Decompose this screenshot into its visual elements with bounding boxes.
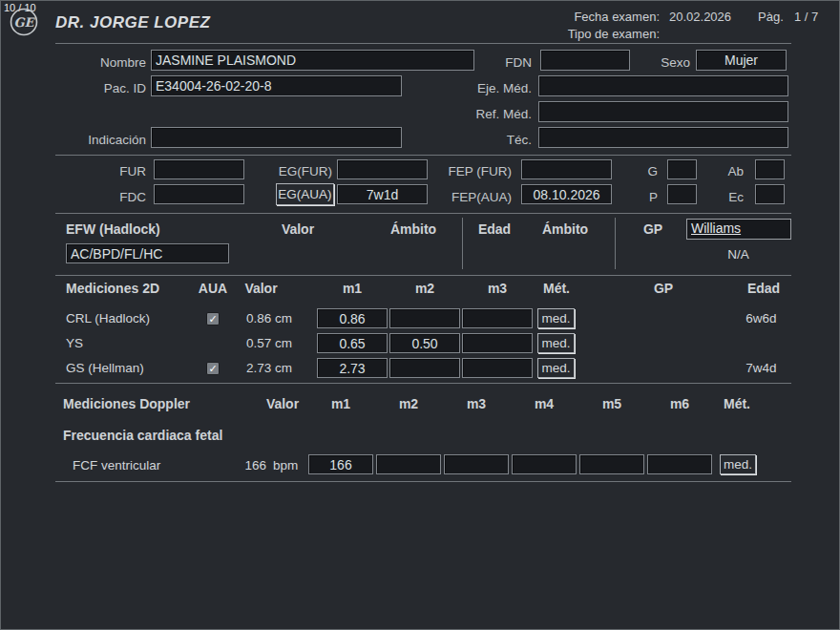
doppler-m3-header: m3: [444, 396, 509, 411]
doppler-m5-header: m5: [579, 396, 644, 411]
ab-input[interactable]: [755, 159, 785, 179]
m5-input[interactable]: [579, 454, 644, 474]
indication-label: Indicación: [51, 133, 146, 147]
doppler-met-header: Mét.: [716, 396, 758, 411]
section-divider-4: [55, 383, 791, 384]
efw-vdivider-1: [462, 218, 463, 269]
measurement-value: 0.86 cm: [225, 311, 292, 326]
patient-id-input[interactable]: [151, 75, 402, 96]
eje-med-input[interactable]: [538, 75, 788, 96]
name-input[interactable]: [151, 50, 474, 71]
doppler-valor-header: Valor: [253, 396, 312, 411]
edad-value: 6w6d: [735, 311, 788, 326]
svg-text:GE: GE: [13, 15, 35, 30]
para-input[interactable]: [667, 184, 697, 204]
m3-input[interactable]: [444, 454, 509, 474]
doppler-subsection-title: Frecuencia cardiaca fetal: [63, 428, 222, 443]
name-label: Nombre: [51, 55, 146, 70]
method-button[interactable]: med.: [537, 333, 575, 353]
m2-input[interactable]: [389, 333, 460, 353]
m3-input[interactable]: [462, 358, 533, 378]
m2d-m2-header: m2: [389, 281, 460, 296]
m2d-title: Mediciones 2D: [66, 281, 159, 296]
aua-checkbox[interactable]: ✓: [206, 312, 220, 326]
ab-label: Ab: [717, 164, 744, 178]
m1-input[interactable]: [317, 333, 388, 353]
page-number: 1 / 7: [794, 10, 818, 24]
m2-input[interactable]: [389, 358, 460, 378]
para-label: P: [639, 190, 658, 204]
method-button[interactable]: med.: [720, 454, 756, 474]
m1-input[interactable]: [308, 454, 373, 474]
fep-fur-input[interactable]: [521, 159, 612, 179]
efw-valor-header: Valor: [268, 221, 327, 237]
m2d-met-header: Mét.: [536, 281, 578, 296]
m6-input[interactable]: [647, 454, 712, 474]
section-divider-5: [55, 481, 791, 482]
efw-gp-header: GP: [639, 221, 667, 237]
sexo-label: Sexo: [633, 55, 690, 70]
m2d-m3-header: m3: [462, 281, 533, 296]
sexo-input[interactable]: [696, 50, 787, 71]
aua-checkbox[interactable]: ✓: [206, 362, 220, 375]
m2-input[interactable]: [389, 308, 460, 328]
edad-value: 7w4d: [735, 361, 788, 375]
gravida-label: G: [639, 164, 658, 178]
section-divider-2: [55, 213, 791, 214]
ec-input[interactable]: [755, 184, 785, 204]
eg-aua-button[interactable]: EG(AUA): [276, 183, 334, 205]
fep-aua-label: FEP(AUA): [435, 190, 512, 204]
eg-fur-label: EG(FUR): [259, 164, 332, 178]
doppler-m2-header: m2: [376, 396, 441, 411]
measurement-row-name: FCF ventricular: [73, 458, 160, 472]
page-label: Pàg.: [758, 10, 784, 24]
m3-input[interactable]: [462, 308, 533, 328]
measurement-row-name: CRL (Hadlock): [66, 311, 150, 326]
m1-input[interactable]: [317, 308, 388, 328]
fep-fur-label: FEP (FUR): [435, 164, 512, 178]
measurement-value: 166: [209, 458, 266, 472]
method-button[interactable]: med.: [537, 308, 575, 328]
doppler-m4-header: m4: [512, 396, 577, 411]
doppler-title: Mediciones Doppler: [63, 396, 190, 411]
measurement-value: 0.57 cm: [225, 336, 292, 350]
eg-aua-input[interactable]: [337, 184, 428, 204]
ec-label: Ec: [717, 190, 744, 204]
tec-label: Téc.: [455, 133, 532, 147]
m2-input[interactable]: [376, 454, 441, 474]
patient-id-label: Pac. ID: [51, 81, 146, 95]
efw-title: EFW (Hadlock): [66, 221, 160, 237]
m2d-edad-header: Edad: [735, 281, 792, 296]
fdn-input[interactable]: [540, 50, 630, 71]
fdc-label: FDC: [89, 190, 146, 204]
gravida-input[interactable]: [667, 159, 697, 179]
m4-input[interactable]: [512, 454, 577, 474]
doppler-m1-header: m1: [308, 396, 373, 411]
efw-ambito-header: Ámbito: [383, 221, 444, 237]
ref-med-input[interactable]: [538, 101, 788, 122]
m3-input[interactable]: [462, 333, 533, 353]
fdc-input[interactable]: [154, 184, 244, 204]
efw-vdivider-2: [615, 218, 616, 269]
exam-date-value: 20.02.2026: [669, 10, 731, 24]
doppler-m6-header: m6: [647, 396, 712, 411]
measurement-row-name: GS (Hellman): [66, 361, 144, 375]
measurement-unit: bpm: [273, 458, 298, 472]
gp-method-dropdown[interactable]: Williams: [686, 219, 791, 240]
m1-input[interactable]: [317, 358, 388, 378]
method-button[interactable]: med.: [537, 358, 575, 378]
tec-input[interactable]: [538, 127, 788, 148]
measurement-value: 2.73 cm: [225, 361, 292, 375]
fep-aua-input[interactable]: [521, 184, 612, 204]
eg-fur-input[interactable]: [337, 159, 428, 179]
efw-edad-header: Edad: [466, 221, 523, 237]
gp-result-value: N/A: [707, 247, 769, 262]
fur-input[interactable]: [154, 159, 244, 179]
fdn-label: FDN: [474, 55, 532, 70]
m2d-gp-header: GP: [635, 281, 692, 296]
m2d-m1-header: m1: [317, 281, 388, 296]
fur-label: FUR: [89, 164, 146, 178]
indication-input[interactable]: [151, 127, 402, 148]
measurement-row-name: YS: [66, 336, 83, 350]
efw-formula-input[interactable]: [66, 243, 229, 263]
